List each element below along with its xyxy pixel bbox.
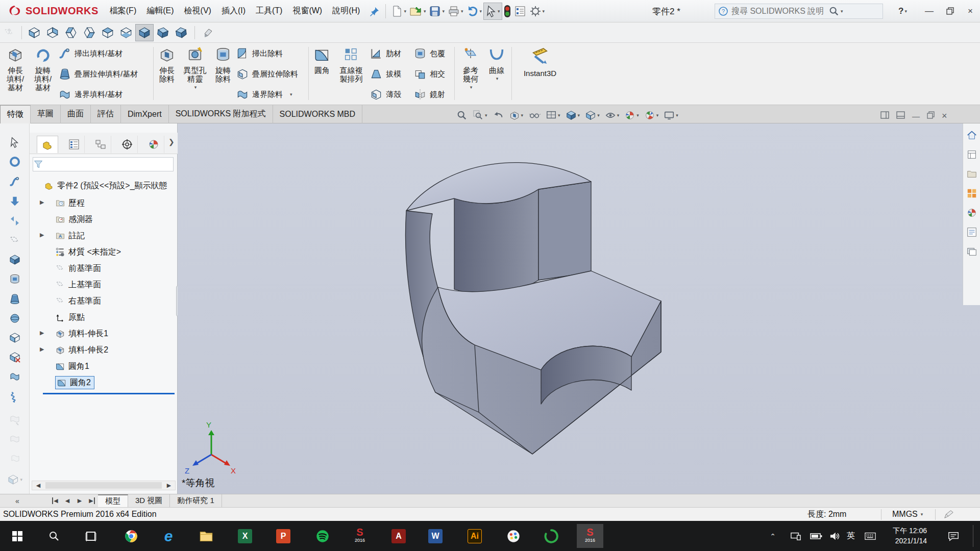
cylinder-icon[interactable]	[7, 271, 22, 287]
last-tab-icon[interactable]: ▶	[86, 495, 98, 507]
tree-horizontal-scrollbar[interactable]: ◀ ▶	[32, 481, 176, 490]
torus-icon[interactable]	[7, 154, 22, 169]
view-front-icon[interactable]	[25, 24, 43, 41]
model-notch-inner-wall[interactable]	[454, 189, 538, 294]
propertymanager-tab[interactable]	[63, 136, 85, 153]
tab-dimxpert[interactable]: DimXpert	[121, 105, 169, 123]
tree-root-part[interactable]: 零件2 (預設<<預設>_顯示狀態	[44, 179, 176, 193]
print-button[interactable]: ▾	[446, 3, 465, 20]
extruded-cut-button[interactable]: 伸長除料	[155, 46, 179, 83]
tree-item-boss-extrude2[interactable]: 填料-伸長2	[55, 343, 108, 357]
search-dropdown-icon[interactable]: ▾	[841, 9, 843, 14]
flag-icon[interactable]	[7, 433, 22, 448]
curves-button[interactable]: 曲線▾	[485, 46, 508, 83]
first-tab-icon[interactable]: ◀	[49, 495, 61, 507]
expand-arrow[interactable]: ▶	[40, 330, 44, 336]
close-button[interactable]: ×	[962, 0, 979, 22]
view-right-icon[interactable]	[80, 24, 99, 41]
model-part[interactable]	[405, 163, 661, 454]
scroll-thumb[interactable]	[45, 482, 162, 489]
arrow-down-icon[interactable]	[7, 193, 22, 209]
excel-icon[interactable]: X	[232, 524, 258, 548]
tab-features[interactable]: 特徵	[0, 105, 31, 123]
swept-cut-button[interactable]: 掃出除料	[236, 47, 283, 60]
save-button[interactable]: ▾	[427, 3, 446, 20]
rebuild-traffic-light-icon[interactable]	[502, 3, 512, 20]
viewport-minimize-icon[interactable]: —	[912, 112, 920, 120]
lofted-cut-button[interactable]: 疊層拉伸除料	[236, 67, 298, 81]
view-setting-monitor-icon[interactable]: ▾	[663, 109, 679, 121]
ime-language-indicator[interactable]: 英	[843, 524, 859, 548]
normal-to-icon[interactable]	[199, 24, 217, 41]
new-document-button[interactable]: ▾	[390, 3, 408, 20]
scroll-right-icon[interactable]: ▶	[163, 480, 175, 491]
spring-icon[interactable]	[7, 389, 22, 405]
boundary-boss-button[interactable]: 邊界填料/基材	[58, 88, 122, 101]
tab-3d-views[interactable]: 3D 視圖	[128, 494, 170, 508]
flag-forward-icon[interactable]	[7, 413, 22, 429]
swept-boss-button[interactable]: 掃出填料/基材	[58, 47, 122, 60]
revolved-cut-button[interactable]: 旋轉除料	[211, 46, 235, 83]
tree-item-fillet2-selected[interactable]: 圓角2	[55, 375, 94, 390]
model-tip-face[interactable]	[538, 182, 591, 280]
open-button[interactable]: ▾	[408, 3, 428, 20]
file-explorer-icon[interactable]	[965, 187, 978, 200]
shell-button[interactable]: 薄殼	[370, 88, 401, 101]
task-view-button[interactable]	[78, 524, 104, 548]
green-ring-app-icon[interactable]	[538, 524, 565, 548]
solid-box-icon[interactable]	[7, 252, 22, 267]
delete-box-icon[interactable]	[7, 349, 22, 365]
panel-expand-chevron[interactable]: ❯	[168, 138, 175, 146]
view-orientation-icon[interactable]: ▾	[565, 109, 581, 121]
flag-back-icon[interactable]	[7, 453, 22, 468]
expand-arrow[interactable]: ▶	[40, 232, 44, 238]
menu-help[interactable]: 說明(H)	[327, 0, 365, 22]
edge-icon[interactable]: e	[155, 524, 182, 548]
scroll-left-icon[interactable]: ◀	[32, 480, 44, 491]
options-list-button[interactable]	[512, 3, 528, 20]
featuremanager-tree-tab[interactable]	[37, 136, 58, 153]
menu-file[interactable]: 檔案(F)	[105, 0, 141, 22]
illustrator-icon[interactable]: Ai	[461, 524, 488, 548]
touch-keyboard-icon[interactable]	[862, 524, 879, 548]
view-back-icon[interactable]	[43, 24, 62, 41]
settings-gear-button[interactable]: ▾	[528, 3, 547, 20]
instant3d-button[interactable]: Instant3D	[514, 46, 566, 78]
search-input[interactable]	[731, 7, 828, 16]
action-center-icon[interactable]	[943, 524, 964, 548]
linear-pattern-button[interactable]: 直線複製排列	[335, 46, 368, 83]
tab-addins[interactable]: SOLIDWORKS 附加程式	[169, 105, 273, 123]
autocad-icon[interactable]: A	[385, 524, 412, 548]
word-icon[interactable]: W	[422, 524, 449, 548]
draft-button[interactable]: 拔模	[370, 67, 401, 81]
update-plane-icon[interactable]	[0, 24, 18, 41]
tree-item-history[interactable]: 歷程	[55, 196, 85, 210]
appearances-globe-icon[interactable]	[965, 206, 978, 219]
hole-wizard-button[interactable]: 異型孔精靈▾	[180, 46, 210, 92]
split-pane-vertical-icon[interactable]	[896, 111, 905, 121]
stack-icon[interactable]	[7, 369, 22, 384]
tree-item-fillet1[interactable]: 圓角1	[55, 359, 89, 373]
rib-button[interactable]: 肋材	[370, 47, 401, 60]
tree-item-origin[interactable]: 原點	[55, 310, 85, 324]
menu-insert[interactable]: 插入(I)	[216, 0, 251, 22]
menu-window[interactable]: 視窗(W)	[287, 0, 327, 22]
annotation-visibility-icon[interactable]	[527, 109, 542, 121]
design-library-icon[interactable]	[965, 167, 978, 181]
prev-tab-icon[interactable]: ◀	[61, 495, 74, 507]
volume-icon[interactable]	[826, 524, 843, 548]
boss-extrude-button[interactable]: 伸長填料/基材	[2, 46, 29, 92]
rollback-bar[interactable]	[43, 393, 175, 394]
pin-icon[interactable]	[368, 3, 381, 20]
previous-view-icon[interactable]	[492, 109, 505, 121]
hidden-icons-chevron[interactable]: ⌃	[766, 524, 780, 548]
pane-layers-icon[interactable]	[965, 245, 978, 258]
boundary-cut-button[interactable]: 邊界除料▾	[236, 88, 292, 101]
menu-view[interactable]: 檢視(V)	[179, 0, 216, 22]
expand-arrow[interactable]: ▶	[40, 346, 44, 353]
select-cursor-icon[interactable]	[7, 135, 22, 150]
reference-geometry-button[interactable]: 參考幾何▾	[457, 46, 484, 92]
displaymanager-tab[interactable]	[143, 136, 164, 153]
dimxpertmanager-tab[interactable]	[116, 136, 138, 153]
file-explorer-icon[interactable]	[193, 524, 219, 548]
